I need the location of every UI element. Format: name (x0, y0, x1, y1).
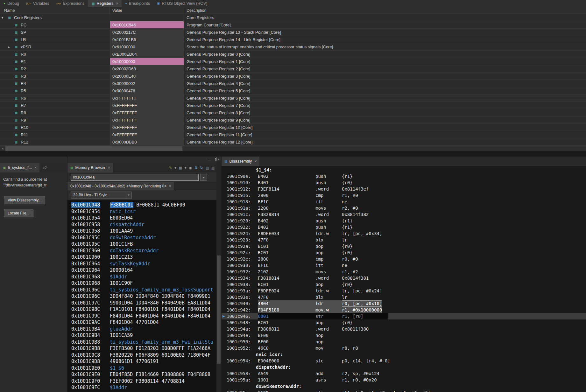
register-value-cell[interactable]: 0x2000217C (110, 29, 184, 36)
register-value-cell[interactable]: 0x20000E40 (110, 73, 184, 80)
tab-overflow-indicator[interactable]: »2 (43, 166, 47, 170)
memory-line[interactable]: 0x1001C9ACF8401D04 47701D04 (67, 319, 221, 326)
memory-address[interactable]: 0x1001C968 (67, 280, 110, 287)
register-row[interactable]: ▦ R9 0xFFFFFFFF General Purpose Register… (0, 116, 586, 124)
view-tab[interactable]: ▦ Registers × (88, 0, 122, 7)
memory-words[interactable]: F3820220 F06F8809 60100E02 7180F04F (110, 352, 210, 358)
load-save-memory-icon[interactable]: ⇅ (194, 166, 197, 170)
register-value-cell[interactable]: 0xFFFFFFFF (110, 94, 184, 102)
disassembly-line[interactable]: 1001c958:AA49addr2, sp, #0x124 (222, 370, 586, 377)
memory-line[interactable]: 0x1001C954nvic_icsr (67, 208, 221, 215)
memory-address[interactable]: 0x1001C9B4 (67, 332, 110, 339)
column-header-name[interactable]: Name (0, 7, 110, 14)
view-disassembly-button[interactable]: View Disassembly... (4, 196, 45, 204)
memory-line[interactable]: 0x1001C9C8F3820220 F06F8809 60100E02 718… (67, 352, 221, 359)
register-row[interactable]: ▦ LR 0x1001B1B5 General Purpose Register… (0, 36, 586, 43)
register-value-cell[interactable]: 0x1001B1B5 (110, 36, 184, 43)
memory-words[interactable]: F8401D04 47701D04 (110, 319, 159, 325)
register-value-cell[interactable]: 0x1001C946 (110, 21, 184, 28)
disassembly-line[interactable]: 1001c93a:F8DFE024ldr.wlr, [pc, #0x24] (222, 288, 586, 294)
memory-symbol-link[interactable]: nvic_icsr (110, 209, 136, 214)
disassembly-line[interactable]: $1_$4: (222, 167, 586, 173)
memory-symbol-link[interactable]: ti_sysbios_family_arm_m3_TaskSupport (110, 287, 213, 293)
disassembly-line[interactable]: 1001c942:F04F5180mov.wr1, #0x10000000 (222, 307, 586, 313)
disassembly-listing[interactable]: $1_$4: 1001c90e:B402push{r1} 1001c910:B4… (222, 166, 586, 392)
horizontal-sash[interactable] (0, 151, 586, 157)
register-value-cell[interactable]: 0xFFFFFFFF (110, 102, 184, 109)
rendering-dropdown-icon[interactable]: ▾ (185, 166, 187, 170)
memory-address[interactable]: 0x1001C9B8 (67, 339, 110, 346)
memory-symbol-link[interactable]: $1_$6 (110, 365, 124, 371)
register-value-cell[interactable]: 0xFFFFFFFF (110, 116, 184, 123)
register-row[interactable]: ▦ R8 0xFFFFFFFF General Purpose Register… (0, 109, 586, 116)
memory-scrollbar[interactable]: ▴ (216, 157, 221, 392)
new-tab-icon[interactable]: ▤ (206, 166, 209, 170)
disassembly-line[interactable]: 1001c934:F3818814.word0x8814f381 (222, 275, 586, 281)
memory-line[interactable]: 0x1001C960doTaskRestoreAddr (67, 248, 221, 254)
disassembly-line[interactable]: 1001c918:BF1Cittne (222, 199, 586, 205)
memory-line[interactable]: 0x1001C9E0$1_$6 (67, 365, 221, 372)
register-value-cell[interactable]: 0x61000000 (110, 43, 184, 50)
disassembly-line[interactable]: doSwiRestoreAddr: (222, 383, 586, 389)
disassembly-line[interactable]: 1001c93e:47F0blxlr (222, 294, 586, 300)
memory-address[interactable]: 0x1001C960 (67, 248, 110, 254)
column-header-description[interactable]: Description (184, 7, 586, 14)
disassembly-line[interactable]: 1001c95e:C1FBstmr1!, {r0, r1, r3, r4, r5… (222, 389, 586, 392)
memory-line[interactable]: 0x1001C9D8490861D1 47706191 (67, 358, 221, 365)
disassembly-line[interactable]: nvic_icsr: (222, 351, 586, 358)
memory-words[interactable]: 1001C90F (110, 280, 133, 286)
view-tab[interactable]: ● Debug (0, 0, 23, 7)
memory-words[interactable]: 3D04F840 2D04F840 1D04F840 F8409901 (110, 293, 210, 299)
memory-line[interactable]: 0x1001C9F0F3EF0002 F3808114 47708814 (67, 378, 221, 385)
register-row[interactable]: ▦ SP 0x2000217C General Purpose Register… (0, 29, 586, 36)
memory-words[interactable]: 1001AA49 (110, 228, 133, 234)
memory-symbol-link[interactable]: doSwiRestoreAddr (110, 235, 156, 241)
memory-line[interactable]: 0x1001C9601001C213 (67, 254, 221, 261)
disassembly-line[interactable]: 1001c920:B402push{r1} (222, 218, 586, 224)
memory-words[interactable]: F3EFB500 F0128203 D00D0FFF F1A2466A (110, 346, 210, 351)
memory-symbol-link[interactable]: $1Addr (110, 385, 127, 390)
registers-hscrollbar[interactable]: ◂ (0, 146, 586, 151)
chevron-down-icon[interactable]: ▾ (126, 192, 131, 198)
disassembly-line[interactable]: 1001c95a:1001asrsr1, r0, #0x20 (222, 377, 586, 383)
memory-line[interactable]: 0x1001C95CdoSwiRestoreAddr (67, 234, 221, 241)
disassembly-line[interactable]: 1001c952:46C0movr8, r8 (222, 345, 586, 351)
memory-line[interactable]: 0x1001C9E0EB04F85D F3814669 F3808809 F04… (67, 371, 221, 378)
memory-address[interactable]: 0x1001C97C (67, 300, 110, 306)
memory-address[interactable]: 0x1001C9B4 (67, 326, 110, 332)
memory-words[interactable]: 99001D04 1D04F840 F840490B EA811D04 (110, 300, 210, 306)
memory-line[interactable]: 0x1001C964swiTaskKeyAddr (67, 261, 221, 267)
register-value-cell[interactable]: 0x0000DBB0 (110, 138, 184, 145)
register-row[interactable]: ▦ R3 0x20000E40 General Purpose Register… (0, 73, 586, 80)
live-update-icon[interactable]: ◉ (189, 166, 192, 170)
memory-words[interactable]: 1001CA59 (110, 332, 133, 338)
memory-address[interactable]: 0x1001C968 (67, 274, 110, 280)
hscroll-thumb[interactable] (5, 146, 182, 151)
memory-words[interactable]: BF008811 46C0BF00 (136, 202, 185, 208)
memory-line[interactable]: 0x1001C95C1001C1FB (67, 241, 221, 248)
register-row[interactable]: ▦ R5 0x00000478 General Purpose Register… (0, 87, 586, 94)
view-tab[interactable]: x+y Expressions (53, 0, 88, 7)
disassembly-line[interactable]: 1001c930:BF1Cittne (222, 262, 586, 269)
memory-line[interactable]: 0x1001C98CF1A10101 F8400101 F8401D04 F84… (67, 306, 221, 313)
memory-line[interactable]: 0x1001C9681001C90F (67, 280, 221, 287)
disassembly-line[interactable]: 1001c910:B401push{r0} (222, 179, 586, 186)
register-value-cell[interactable]: 0x00000478 (110, 87, 184, 94)
memory-words[interactable]: F8401D04 F8401D04 F8401D04 F8401D04 (110, 313, 210, 319)
disassembly-line[interactable]: 1001c940:4804ldrr0, [pc, #0x10] (222, 300, 586, 307)
memory-address[interactable]: 0x1001C95C (67, 241, 110, 248)
memory-words[interactable]: 490861D1 47706191 (110, 359, 159, 364)
memory-symbol-link[interactable]: ti_sysbios_family_arm_m3_Hwi_initSta (110, 339, 213, 345)
scroll-up-button[interactable]: ▴ (216, 157, 221, 161)
close-icon[interactable]: × (108, 165, 110, 170)
memory-address[interactable]: 0x1001C9F0 (67, 378, 110, 385)
register-row[interactable]: ▦ R6 0xFFFFFFFF General Purpose Register… (0, 94, 586, 102)
memory-symbol-link[interactable]: dispatchAddr (110, 222, 144, 228)
memory-address[interactable]: 0x1001C960 (67, 254, 110, 261)
memory-line[interactable]: 0x1001C9B41001CA59 (67, 332, 221, 339)
vscroll-thumb[interactable] (217, 256, 221, 364)
memory-address[interactable]: 0x1001C958 (67, 228, 110, 234)
register-group-row[interactable]: ▾ ▦ Core Registers Core Registers (0, 14, 586, 21)
memory-address[interactable]: 0x1001C9D8 (67, 358, 110, 365)
memory-line[interactable]: 0x1001C96420000164 (67, 267, 221, 274)
